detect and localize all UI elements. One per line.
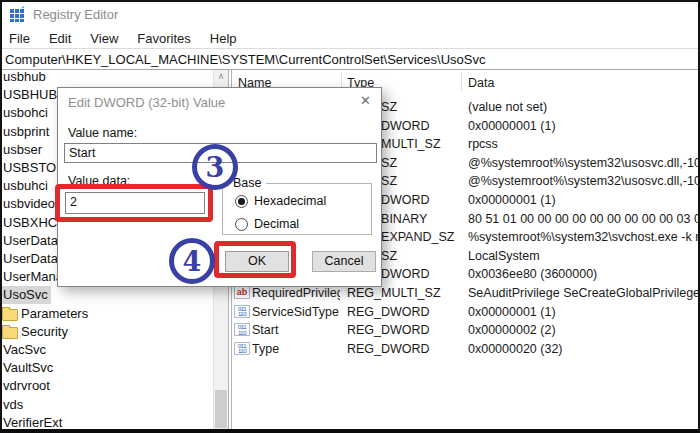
value-data-cell: rpcss bbox=[468, 137, 700, 151]
column-separator[interactable] bbox=[461, 73, 462, 92]
registry-editor-icon bbox=[10, 6, 26, 22]
highlight-rect-value-data bbox=[55, 184, 213, 222]
tree-item-usbhub[interactable]: usbhub bbox=[0, 70, 49, 86]
menu-favorites[interactable]: Favorites bbox=[137, 31, 190, 46]
step-4-badge: 4 bbox=[169, 238, 215, 284]
value-name-cell: Type bbox=[252, 342, 340, 356]
value-data-cell: 0x00000001 (1) bbox=[468, 193, 700, 207]
dialog-title: Edit DWORD (32-bit) Value bbox=[68, 95, 225, 110]
value-name-cell: RequiredPrivileg... bbox=[252, 286, 340, 300]
value-data-cell: %systemroot%\system32\svchost.exe -k net… bbox=[468, 230, 700, 244]
value-type-cell: REG_DWORD bbox=[347, 323, 461, 337]
tree-item-security[interactable]: Security bbox=[0, 323, 71, 341]
dword-icon: 011110 bbox=[234, 342, 250, 355]
value-data-cell: 0x0036ee80 (3600000) bbox=[468, 267, 700, 281]
tree-item-parameters[interactable]: Parameters bbox=[0, 305, 91, 323]
tree-item-usbprint[interactable]: usbprint bbox=[0, 123, 52, 141]
column-header-data[interactable]: Data bbox=[468, 76, 494, 90]
value-data-cell: (value not set) bbox=[468, 100, 700, 114]
address-path: Computer\HKEY_LOCAL_MACHINE\SYSTEM\Curre… bbox=[5, 52, 485, 67]
dword-icon: 011110 bbox=[234, 323, 250, 336]
tree-item-usbohci[interactable]: usbohci bbox=[0, 104, 51, 122]
value-name-cell: ServiceSidType bbox=[252, 305, 340, 319]
scrollbar-up-icon[interactable]: ∧ bbox=[214, 71, 228, 81]
step-3-badge: 3 bbox=[192, 144, 238, 190]
value-data-cell: 0x00000001 (1) bbox=[468, 119, 700, 133]
menu-view[interactable]: View bbox=[90, 31, 118, 46]
hexadecimal-radio[interactable]: Hexadecimal bbox=[235, 194, 326, 208]
tree-item-usbvideo[interactable]: usbvideo bbox=[0, 195, 58, 213]
decimal-radio-label: Decimal bbox=[254, 217, 299, 231]
registry-editor-window: Registry Editor File Edit View Favorites… bbox=[0, 0, 700, 433]
radio-selected-icon[interactable] bbox=[235, 195, 248, 208]
menu-bar: File Edit View Favorites Help bbox=[0, 28, 700, 48]
base-group: Base Hexadecimal Decimal bbox=[222, 183, 372, 235]
tree-item-vaultsvc[interactable]: VaultSvc bbox=[0, 359, 56, 377]
value-data-cell: 80 51 01 00 00 00 00 00 00 00 00 00 03 0… bbox=[468, 212, 700, 226]
value-type-cell: REG_DWORD bbox=[347, 342, 461, 356]
radio-unselected-icon[interactable] bbox=[235, 218, 248, 231]
tree-item-vacsvc[interactable]: VacSvc bbox=[0, 341, 49, 359]
address-bar[interactable]: Computer\HKEY_LOCAL_MACHINE\SYSTEM\Curre… bbox=[0, 48, 700, 70]
folder-icon bbox=[2, 309, 18, 321]
menu-help[interactable]: Help bbox=[210, 31, 237, 46]
value-type-cell: REG_DWORD bbox=[347, 305, 461, 319]
window-title: Registry Editor bbox=[33, 7, 118, 22]
value-row-type[interactable]: 011110TypeREG_DWORD0x00000020 (32) bbox=[232, 340, 700, 359]
value-row-start[interactable]: 011110StartREG_DWORD0x00000002 (2) bbox=[232, 321, 700, 340]
scrollbar-thumb[interactable] bbox=[215, 390, 227, 428]
highlight-rect-ok bbox=[214, 241, 296, 278]
value-row-servicesidtype[interactable]: 011110ServiceSidTypeREG_DWORD0x00000001 … bbox=[232, 303, 700, 322]
value-data-cell: @%systemroot%\system32\usosvc.dll,-101 bbox=[468, 174, 700, 188]
value-data-cell: 0x00000002 (2) bbox=[468, 323, 700, 337]
value-name-cell: Start bbox=[252, 323, 340, 337]
value-type-cell: REG_MULTI_SZ bbox=[347, 286, 461, 300]
dword-icon: 011110 bbox=[234, 305, 250, 318]
tree-item-vds[interactable]: vds bbox=[0, 396, 26, 414]
tree-item-vdrvroot[interactable]: vdrvroot bbox=[0, 377, 53, 395]
value-name-label: Value name: bbox=[68, 126, 137, 140]
folder-icon bbox=[2, 327, 18, 339]
value-data-cell: SeAuditPrivilege SeCreateGlobalPrivilege… bbox=[468, 286, 700, 300]
cancel-button[interactable]: Cancel bbox=[312, 251, 376, 272]
string-icon: ab bbox=[234, 286, 250, 299]
value-data-cell: 0x00000001 (1) bbox=[468, 305, 700, 319]
tree-item-usbuhci[interactable]: usbuhci bbox=[0, 177, 51, 195]
menu-edit[interactable]: Edit bbox=[49, 31, 71, 46]
value-data-cell: 0x00000020 (32) bbox=[468, 342, 700, 356]
menu-file[interactable]: File bbox=[9, 31, 30, 46]
decimal-radio[interactable]: Decimal bbox=[235, 217, 299, 231]
close-icon[interactable]: ✕ bbox=[360, 93, 371, 108]
value-data-cell: LocalSystem bbox=[468, 249, 700, 263]
tree-item-usosvc[interactable]: UsoSvc bbox=[0, 286, 51, 304]
tree-item-verifierext[interactable]: VerifierExt bbox=[0, 414, 65, 429]
value-data-cell: @%systemroot%\system32\usosvc.dll,-102 bbox=[468, 156, 700, 170]
title-bar: Registry Editor bbox=[0, 0, 700, 28]
hexadecimal-radio-label: Hexadecimal bbox=[254, 194, 326, 208]
tree-item-usbser[interactable]: usbser bbox=[0, 141, 45, 159]
